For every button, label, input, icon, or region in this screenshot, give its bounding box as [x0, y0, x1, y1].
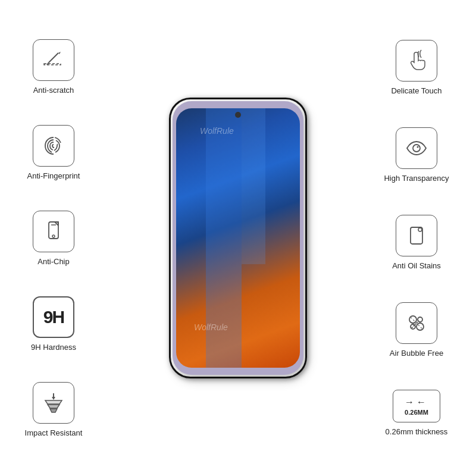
svg-point-17 — [409, 316, 416, 323]
impact-icon — [40, 390, 67, 416]
features-right: Delicate Touch High Transparency — [369, 0, 464, 476]
anti-scratch-label: Anti-scratch — [33, 86, 74, 95]
svg-marker-9 — [50, 409, 57, 412]
thickness-icon-box: →← 0.26MM — [393, 390, 440, 422]
svg-marker-11 — [52, 397, 55, 400]
eye-icon — [403, 135, 430, 161]
svg-marker-2 — [58, 52, 61, 54]
feature-impact-resistant: Impact Resistant — [25, 382, 83, 437]
high-transparency-label: High Transparency — [384, 174, 449, 183]
anti-chip-label: Anti-Chip — [37, 257, 69, 266]
anti-fingerprint-label: Anti-Fingerprint — [27, 171, 80, 180]
svg-point-20 — [416, 323, 424, 330]
camera-dot — [235, 112, 241, 118]
pencil-icon — [40, 47, 67, 73]
touch-icon — [403, 48, 430, 74]
thickness-value: 0.26MM — [405, 409, 428, 416]
anti-oil-icon — [403, 223, 430, 249]
svg-point-19 — [411, 324, 415, 329]
svg-point-5 — [52, 235, 55, 237]
feature-thickness: →← 0.26MM 0.26mm thickness — [386, 390, 448, 436]
svg-marker-7 — [45, 400, 62, 404]
phone-chip-icon — [40, 218, 67, 245]
feature-9h-hardness: 9H 9H Hardness — [31, 296, 76, 352]
feature-delicate-touch: Delicate Touch — [391, 40, 441, 95]
anti-fingerprint-icon-box — [33, 125, 74, 167]
impact-icon-box — [33, 382, 74, 424]
svg-marker-8 — [48, 405, 60, 408]
feature-anti-chip: Anti-Chip — [33, 211, 74, 266]
delicate-touch-icon-box — [396, 40, 437, 82]
air-bubble-label: Air Bubble Free — [390, 349, 443, 358]
delicate-touch-label: Delicate Touch — [391, 86, 441, 95]
screen-glass-protector — [169, 98, 307, 378]
phone-display: WolfRule WolfRule — [173, 101, 303, 375]
svg-rect-0 — [44, 64, 61, 65]
anti-scratch-icon-box — [33, 39, 74, 81]
anti-chip-icon-box — [33, 211, 74, 252]
svg-point-15 — [418, 228, 422, 231]
thickness-arrows: →← — [405, 397, 428, 408]
high-transparency-icon-box — [396, 127, 437, 169]
feature-high-transparency: High Transparency — [384, 127, 449, 183]
feature-anti-oil: Anti Oil Stains — [392, 215, 441, 270]
features-left: Anti-scratch Anti-Fingerprint — [12, 0, 95, 476]
bubbles-icon — [403, 310, 430, 336]
svg-point-12 — [413, 145, 420, 152]
fingerprint-icon — [40, 133, 67, 159]
svg-point-13 — [417, 146, 419, 148]
svg-point-18 — [418, 317, 422, 322]
thickness-label: 0.26mm thickness — [386, 427, 448, 436]
anti-oil-icon-box — [396, 215, 437, 256]
impact-resistant-label: Impact Resistant — [25, 428, 83, 437]
svg-line-1 — [49, 53, 58, 62]
main-container: Anti-scratch Anti-Fingerprint — [0, 0, 476, 476]
9h-hardness-label: 9H Hardness — [31, 343, 76, 352]
svg-rect-14 — [411, 227, 422, 244]
feature-air-bubble: Air Bubble Free — [390, 302, 443, 358]
feature-anti-fingerprint: Anti-Fingerprint — [27, 125, 80, 180]
anti-oil-label: Anti Oil Stains — [392, 261, 441, 270]
9h-icon-box: 9H — [33, 296, 74, 338]
air-bubble-icon-box — [396, 302, 437, 344]
feature-anti-scratch: Anti-scratch — [33, 39, 74, 95]
